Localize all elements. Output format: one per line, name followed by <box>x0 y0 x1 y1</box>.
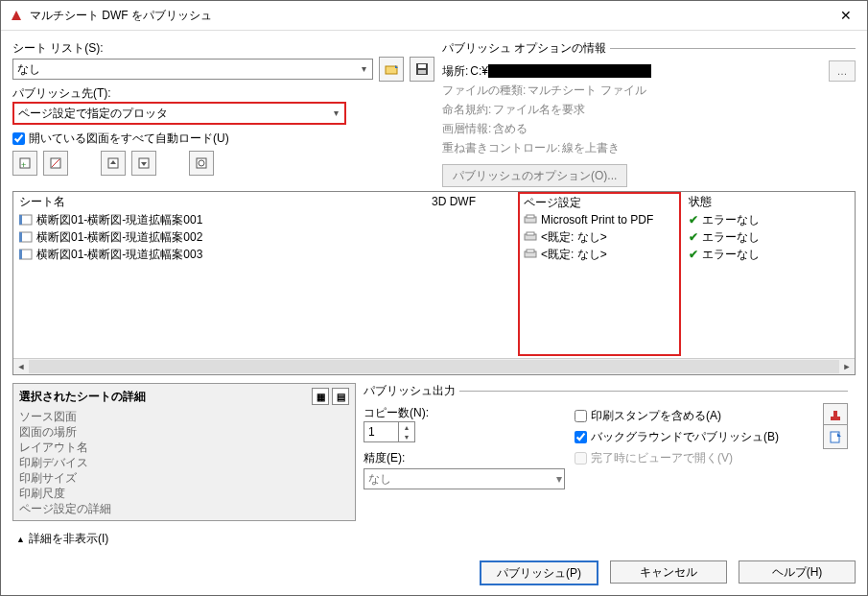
svg-rect-19 <box>527 215 534 218</box>
detail-line: 印刷尺度 <box>19 486 349 501</box>
table-row[interactable]: 横断図01-横断図-現道拡幅案001 <box>19 211 432 228</box>
publish-dialog: マルチシート DWF をパブリッシュ ✕ シート リスト(S): なし ▾ <box>0 0 868 596</box>
table-row[interactable]: 横断図01-横断図-現道拡幅案003 <box>19 246 432 263</box>
detail-line: ページ設定の詳細 <box>19 501 349 516</box>
page-setup-cell[interactable]: <既定: なし> <box>524 228 675 246</box>
publish-output-group: パブリッシュ出力 コピー数(N): 1 ▲▼ 精度(E): なし ▾ <box>364 383 848 489</box>
titlebar: マルチシート DWF をパブリッシュ ✕ <box>1 1 867 31</box>
publish-to-value: ページ設定で指定のプロッタ <box>18 106 168 122</box>
selected-sheet-details: 選択されたシートの詳細 ▦ ▤ ソース図面図面の場所レイアウト名印刷デバイス印刷… <box>12 383 356 521</box>
svg-rect-23 <box>527 250 534 252</box>
col-sheet-header[interactable]: シート名 <box>19 192 432 211</box>
detail-line: 図面の場所 <box>19 424 349 440</box>
page-setup-cell[interactable]: <既定: なし> <box>524 246 675 263</box>
svg-rect-25 <box>833 411 837 417</box>
triangle-up-icon: ▲ <box>16 535 25 544</box>
preview-button[interactable] <box>189 151 214 176</box>
autoload-check-input[interactable] <box>12 132 25 145</box>
toggle-details-label: 詳細を非表示(I) <box>29 531 108 547</box>
state-cell: ✔エラーなし <box>689 246 855 263</box>
sheet-name: 横断図01-横断図-現道拡幅案003 <box>36 247 202 263</box>
overwrite-val: 線を上書き <box>562 140 620 156</box>
autoload-checkbox[interactable]: 開いている図面をすべて自動ロード(U) <box>12 131 434 147</box>
table-row[interactable]: 横断図01-横断図-現道拡幅案002 <box>19 228 432 246</box>
svg-rect-17 <box>19 250 22 259</box>
chevron-down-icon: ▾ <box>556 472 562 486</box>
sheet-name: 横断図01-横断図-現道拡幅案002 <box>36 229 202 246</box>
layer-key: 画層情報: <box>442 121 491 137</box>
page-setup-cell[interactable]: Microsoft Print to PDF <box>524 211 675 228</box>
details-view1-button[interactable]: ▦ <box>312 388 329 405</box>
check-icon: ✔ <box>689 230 698 244</box>
publish-to-label: パブリッシュ先(T): <box>12 85 434 102</box>
location-val: C:¥ <box>470 64 488 78</box>
svg-rect-21 <box>527 232 534 235</box>
sheetlist-label: シート リスト(S): <box>12 40 434 57</box>
svg-text:+: + <box>21 160 26 170</box>
details-view2-button[interactable]: ▤ <box>332 388 349 405</box>
copies-label: コピー数(N): <box>364 405 575 421</box>
window-title: マルチシート DWF をパブリッシュ <box>30 8 824 24</box>
spin-down-icon[interactable]: ▼ <box>399 432 414 441</box>
chevron-down-icon: ▾ <box>357 61 370 75</box>
svg-rect-3 <box>418 70 426 74</box>
precision-label: 精度(E): <box>364 450 575 466</box>
page-setup-value: <既定: なし> <box>541 229 607 246</box>
sheetlist-value: なし <box>17 61 40 78</box>
col-page-header[interactable]: ページ設定 <box>524 194 675 211</box>
svg-rect-2 <box>418 64 426 68</box>
save-sheetlist-button[interactable] <box>410 57 434 82</box>
layer-val: 含める <box>493 121 528 137</box>
publish-options-group: パブリッシュ オプションの情報 場所: C:¥ … ファイルの種類:マルチシート… <box>442 40 856 187</box>
viewer-checkbox <box>575 452 587 465</box>
close-button[interactable]: ✕ <box>824 1 867 30</box>
help-button[interactable]: ヘルプ(H) <box>739 560 856 584</box>
stamp-label: 印刷スタンプを含める(A) <box>591 408 721 424</box>
detail-line: レイアウト名 <box>19 440 349 455</box>
location-browse-button[interactable]: … <box>829 60 856 82</box>
check-icon: ✔ <box>689 213 698 226</box>
svg-rect-26 <box>831 432 839 442</box>
scroll-left-icon[interactable]: ◄ <box>13 360 29 373</box>
precision-combo[interactable]: なし ▾ <box>364 468 565 489</box>
col-state-header[interactable]: 状態 <box>689 192 855 211</box>
state-cell: ✔エラーなし <box>689 211 855 228</box>
move-down-button[interactable] <box>131 151 156 176</box>
autoload-label: 開いている図面をすべて自動ロード(U) <box>29 131 229 147</box>
naming-key: 命名規約: <box>442 102 491 118</box>
grid-horizontal-scrollbar[interactable]: ◄ ► <box>13 358 855 374</box>
publish-to-combo[interactable]: ページ設定で指定のプロッタ ▾ <box>12 102 346 125</box>
copies-input[interactable]: 1 ▲▼ <box>364 421 415 442</box>
spin-up-icon[interactable]: ▲ <box>399 422 414 432</box>
toggle-details-link[interactable]: ▲ 詳細を非表示(I) <box>16 531 856 547</box>
sheetlist-combo[interactable]: なし ▾ <box>12 59 373 80</box>
add-sheet-button[interactable]: + <box>12 151 37 176</box>
viewer-label: 完了時にビューアで開く(V) <box>591 450 733 466</box>
detail-line: 印刷サイズ <box>19 470 349 486</box>
stamp-checkbox[interactable] <box>575 410 587 422</box>
remove-sheet-button[interactable] <box>43 151 68 176</box>
publish-button[interactable]: パブリッシュ(P) <box>480 560 598 585</box>
sheet-grid: シート名 横断図01-横断図-現道拡幅案001横断図01-横断図-現道拡幅案00… <box>12 191 856 375</box>
state-value: エラーなし <box>702 247 760 263</box>
publish-options-button[interactable]: パブリッシュのオプション(O)... <box>442 164 627 187</box>
scroll-track[interactable] <box>29 360 839 373</box>
background-label: バックグラウンドでパブリッシュ(B) <box>591 429 779 445</box>
publish-output-legend: パブリッシュ出力 <box>364 383 459 399</box>
cancel-button[interactable]: キャンセル <box>610 560 727 584</box>
copies-value: 1 <box>364 425 379 439</box>
check-icon: ✔ <box>689 248 698 261</box>
col-3ddwf-header[interactable]: 3D DWF <box>432 192 518 211</box>
background-settings-button[interactable] <box>823 424 848 449</box>
sheet-name: 横断図01-横断図-現道拡幅案001 <box>36 212 202 228</box>
location-redacted <box>488 64 651 78</box>
overwrite-key: 重ね書きコントロール: <box>442 140 560 156</box>
naming-val: ファイル名を要求 <box>493 102 585 118</box>
background-checkbox[interactable] <box>575 431 587 443</box>
scroll-right-icon[interactable]: ► <box>839 360 855 373</box>
filetype-val: マルチシート ファイル <box>528 83 645 99</box>
move-up-button[interactable] <box>101 151 126 176</box>
sheet-toolbar: + <box>12 151 434 176</box>
open-sheetlist-button[interactable] <box>379 57 404 82</box>
publish-options-legend: パブリッシュ オプションの情報 <box>442 40 610 57</box>
